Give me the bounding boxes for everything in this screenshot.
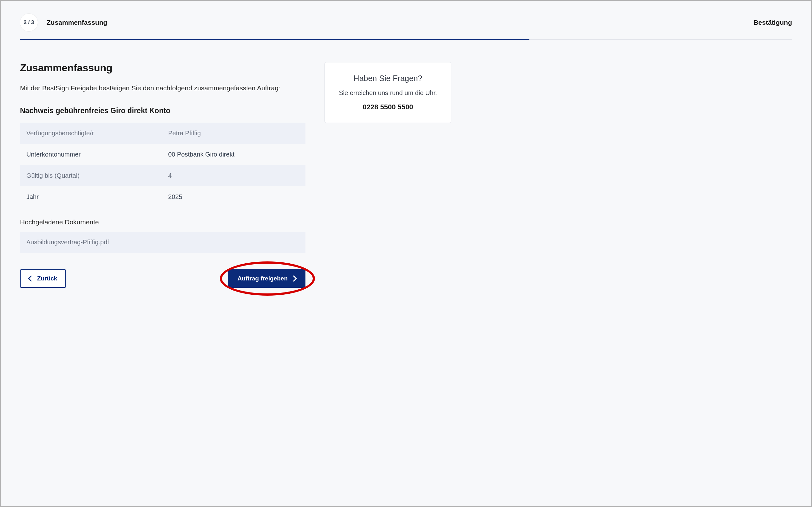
page-root: 2 / 3 Zusammenfassung Bestätigung Zusamm… xyxy=(1,1,811,506)
content-row: Zusammenfassung Mit der BestSign Freigab… xyxy=(20,62,792,288)
row-value: 4 xyxy=(168,172,299,179)
summary-table: Verfügungsberechtigte/r Petra Pfiffig Un… xyxy=(20,123,305,208)
row-value: Petra Pfiffig xyxy=(168,130,299,137)
help-card-title: Haben Sie Fragen? xyxy=(334,74,442,83)
table-row: Verfügungsberechtigte/r Petra Pfiffig xyxy=(20,123,305,144)
row-value: 2025 xyxy=(168,193,299,201)
table-row: Unterkontonummer 00 Postbank Giro direkt xyxy=(20,144,305,165)
help-card-text: Sie erreichen uns rund um die Uhr. xyxy=(334,89,442,97)
uploaded-file-name: Ausbildungsvertrag-Pfiffig.pdf xyxy=(20,232,305,253)
wizard-header: 2 / 3 Zusammenfassung Bestätigung xyxy=(20,14,792,32)
section-heading: Nachweis gebührenfreies Giro direkt Kont… xyxy=(20,107,305,115)
step-counter-badge: 2 / 3 xyxy=(20,14,38,32)
submit-button[interactable]: Auftrag freigeben xyxy=(228,269,305,288)
actions-row: Zurück Auftrag freigeben xyxy=(20,269,305,288)
wizard-progress-fill xyxy=(20,39,529,40)
wizard-progress-track xyxy=(20,39,792,40)
intro-text: Mit der BestSign Freigabe bestätigen Sie… xyxy=(20,83,305,93)
help-card-phone: 0228 5500 5500 xyxy=(334,103,442,111)
row-key: Verfügungsberechtigte/r xyxy=(26,130,168,137)
submit-button-label: Auftrag freigeben xyxy=(238,275,288,282)
back-button[interactable]: Zurück xyxy=(20,269,66,288)
table-row: Gültig bis (Quartal) 4 xyxy=(20,165,305,186)
row-key: Gültig bis (Quartal) xyxy=(26,172,168,179)
chevron-right-icon xyxy=(291,275,297,282)
row-key: Unterkontonummer xyxy=(26,151,168,158)
uploaded-docs-heading: Hochgeladene Dokumente xyxy=(20,218,305,226)
chevron-left-icon xyxy=(28,275,34,282)
wizard-header-left: 2 / 3 Zusammenfassung xyxy=(20,14,107,32)
row-key: Jahr xyxy=(26,193,168,201)
row-value: 00 Postbank Giro direkt xyxy=(168,151,299,158)
sidebar-column: Haben Sie Fragen? Sie erreichen uns rund… xyxy=(324,62,451,288)
step-label-current: Zusammenfassung xyxy=(47,19,107,26)
page-title: Zusammenfassung xyxy=(20,62,305,74)
step-label-next: Bestätigung xyxy=(754,19,792,26)
back-button-label: Zurück xyxy=(37,275,57,282)
table-row: Jahr 2025 xyxy=(20,186,305,208)
main-column: Zusammenfassung Mit der BestSign Freigab… xyxy=(20,62,305,288)
help-card: Haben Sie Fragen? Sie erreichen uns rund… xyxy=(324,62,451,123)
